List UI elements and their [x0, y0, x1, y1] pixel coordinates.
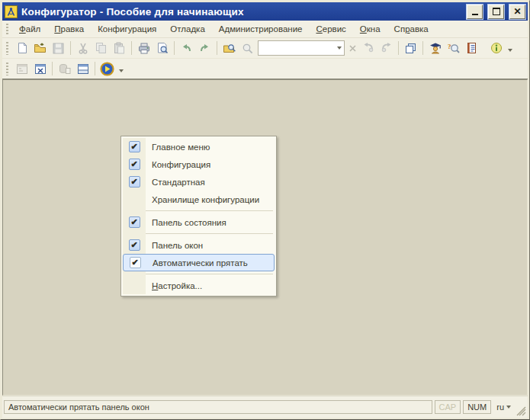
checkmark-icon: ✔ [129, 141, 140, 152]
clear-search-icon [349, 45, 356, 52]
minimize-icon [472, 14, 478, 15]
copy-button[interactable] [92, 40, 110, 56]
menu-separator [123, 231, 275, 236]
menu-administration[interactable]: Администрирование [212, 22, 310, 36]
open-configuration-button[interactable] [13, 61, 31, 77]
menu-bar: Файл Правка Конфигурация Отладка Админис… [2, 21, 528, 38]
search-input[interactable] [259, 43, 334, 53]
toolbar-grip[interactable] [6, 63, 8, 75]
print-icon [138, 43, 150, 54]
open-configuration-icon [16, 63, 28, 75]
toolbar-separator [70, 41, 71, 55]
redo-button[interactable] [196, 40, 214, 56]
window-title: Конфигуратор - Пособие для начинающих [21, 6, 461, 18]
language-label: ru [496, 402, 504, 412]
menu-item-configuration-storage[interactable]: Хранилище конфигурации [123, 191, 275, 208]
toolbar-separator [52, 62, 53, 75]
update-database-config-button[interactable] [56, 61, 73, 77]
syntax-search-button[interactable]: ? [445, 40, 462, 56]
status-bar: Автоматически прятать панель окон CAP NU… [2, 396, 528, 418]
checkmark-icon: ✔ [130, 257, 141, 268]
close-button[interactable]: ✕ [509, 5, 525, 19]
maximize-button[interactable] [488, 5, 504, 19]
copy-icon [95, 42, 107, 54]
toolbar-grip[interactable] [6, 42, 8, 55]
menu-item-main-menu[interactable]: ✔ Главное меню [123, 138, 275, 155]
menu-file[interactable]: Файл [12, 22, 47, 36]
close-configuration-icon [34, 63, 47, 75]
language-selector[interactable]: ru [493, 402, 514, 412]
menu-item-status-panel[interactable]: ✔ Панель состояния [123, 213, 275, 231]
toolbar-options-button[interactable] [506, 40, 515, 56]
resize-grip[interactable] [516, 406, 526, 416]
toolbar-options-dropdown-icon [508, 49, 512, 52]
syntax-helper-button[interactable] [426, 40, 444, 56]
toolbar-separator [174, 41, 175, 55]
close-configuration-button[interactable] [31, 61, 49, 77]
zoom-button[interactable] [239, 40, 256, 56]
toolbars-context-menu: ✔ Главное меню ✔ Конфигурация ✔ Стандарт… [120, 136, 277, 297]
nav-back-icon [362, 43, 374, 53]
redo-icon [199, 43, 210, 53]
checkmark-icon: ✔ [129, 176, 140, 188]
maximize-icon [493, 8, 500, 15]
menu-edit[interactable]: Правка [47, 22, 91, 36]
menu-item-label: Настройка... [152, 281, 202, 290]
start-debugging-icon [100, 62, 114, 76]
templates-book-icon [466, 42, 477, 54]
menu-separator [123, 208, 275, 213]
paste-button[interactable] [111, 40, 128, 56]
print-button[interactable] [135, 40, 153, 56]
new-document-button[interactable] [13, 40, 31, 56]
menu-configuration[interactable]: Конфигурация [91, 22, 163, 36]
nav-back-button[interactable] [359, 40, 377, 56]
toolbar-configuration [2, 59, 528, 79]
open-button[interactable] [31, 40, 49, 56]
menu-item-label: Автоматически прятать [153, 258, 248, 268]
menu-item-settings[interactable]: Настройка... [123, 277, 275, 294]
menubar-grip[interactable] [6, 24, 8, 35]
menu-item-auto-hide[interactable]: ✔ Автоматически прятать [123, 254, 275, 271]
toolbar-separator [422, 41, 423, 55]
menu-item-label: Стандартная [152, 178, 205, 187]
cut-button[interactable] [74, 40, 92, 56]
language-dropdown-icon [506, 406, 511, 409]
start-debugging-button[interactable] [98, 61, 116, 77]
checkmark-icon: ✔ [129, 239, 140, 251]
menu-service[interactable]: Сервис [309, 22, 352, 36]
find-button[interactable] [220, 40, 238, 56]
1c-configurator-app-icon [5, 5, 18, 18]
toolbar-separator [217, 41, 217, 55]
toolbar-standard: ? [2, 38, 528, 59]
menu-item-configuration[interactable]: ✔ Конфигурация [123, 155, 275, 173]
save-button[interactable] [50, 40, 67, 56]
find-icon [223, 42, 236, 54]
zoom-icon [242, 43, 253, 54]
toolbar-separator [131, 41, 132, 55]
print-preview-button[interactable] [153, 40, 171, 56]
templates-book-button[interactable] [463, 40, 480, 56]
cascade-windows-button[interactable] [402, 40, 419, 56]
menu-help[interactable]: Справка [387, 22, 435, 36]
undo-button[interactable] [178, 40, 195, 56]
about-info-button[interactable] [487, 40, 505, 56]
syntax-helper-icon [429, 42, 442, 54]
clear-search-button[interactable] [346, 40, 358, 56]
menu-item-standard[interactable]: ✔ Стандартная [123, 173, 275, 191]
menu-item-label: Конфигурация [152, 160, 210, 169]
toolbar-separator [398, 41, 399, 55]
menu-debug[interactable]: Отладка [163, 22, 211, 36]
minimize-button[interactable] [467, 5, 483, 19]
new-document-icon [16, 42, 28, 54]
combo-dropdown-icon[interactable] [334, 46, 344, 50]
messages-window-button[interactable] [74, 61, 92, 77]
menu-item-windows-panel[interactable]: ✔ Панель окон [123, 236, 275, 254]
nav-forward-button[interactable] [377, 40, 395, 56]
debug-options-button[interactable] [117, 61, 126, 77]
about-info-icon [490, 42, 503, 54]
menu-item-label: Панель состояния [152, 218, 226, 227]
syntax-search-icon: ? [447, 42, 460, 54]
debug-dropdown-icon [119, 69, 124, 72]
menu-windows[interactable]: Окна [353, 22, 387, 36]
print-preview-icon [156, 42, 169, 54]
